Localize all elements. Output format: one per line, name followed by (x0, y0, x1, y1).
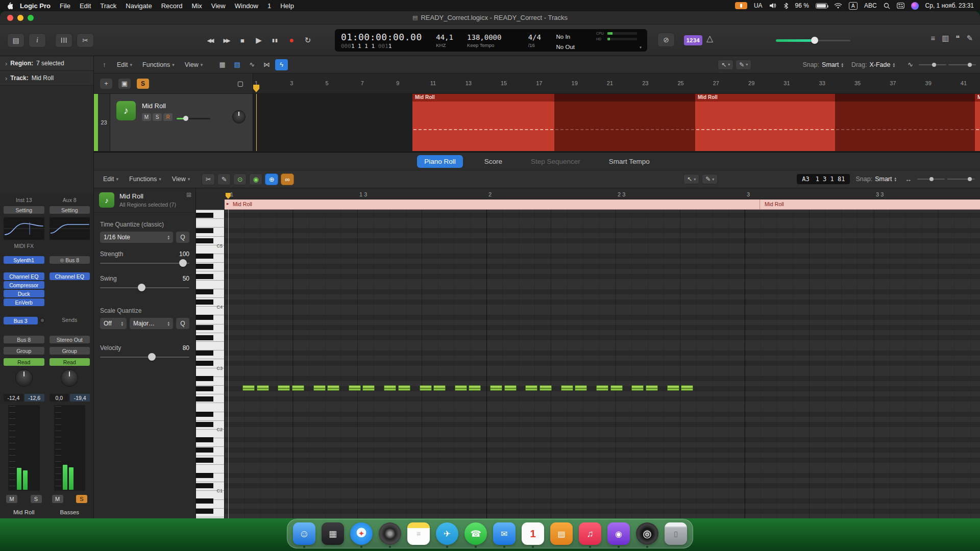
input-source-icon[interactable]: A (849, 2, 857, 10)
bluetooth-icon[interactable] (783, 3, 789, 9)
menu-item[interactable]: Help (276, 2, 299, 10)
menu-item[interactable]: View (207, 2, 230, 10)
group-slot[interactable]: Group (4, 347, 44, 355)
disclosure-icon[interactable] (5, 60, 7, 67)
scale-type-dropdown[interactable]: Major… (130, 318, 173, 329)
midi-note[interactable] (398, 385, 410, 391)
output-slot[interactable]: Bus 8 (4, 336, 44, 343)
midi-note[interactable] (575, 385, 587, 391)
control-center-icon[interactable] (897, 3, 904, 9)
editor-tab[interactable]: Piano Roll (417, 155, 463, 168)
brush-icon[interactable]: ✎ (217, 173, 231, 185)
horizontal-zoom-slider[interactable] (917, 177, 945, 182)
setting-button[interactable]: Setting (50, 206, 90, 214)
toolbox-icon[interactable]: ✂ (77, 33, 94, 47)
record-button[interactable]: ● (284, 33, 299, 47)
disclosure-icon[interactable] (5, 74, 7, 82)
region-body[interactable] (554, 102, 695, 151)
menu-item[interactable]: Logic Pro (15, 2, 55, 10)
lcd-display[interactable]: 01:00:00:00.00 0001 1 1 1 0011 44,1 KHZ … (335, 29, 647, 52)
duplicate-track-button[interactable]: ▣ (118, 79, 131, 89)
menu-item[interactable]: Edit (75, 2, 95, 10)
solo-mode-button[interactable]: S (137, 79, 149, 89)
track-zoom-icon[interactable]: ▢ (234, 79, 247, 89)
snap-popup[interactable]: Snap:Smart (799, 61, 846, 68)
track-solo-button[interactable]: S (153, 113, 162, 121)
plugin-slot[interactable]: EnVerb (4, 298, 44, 306)
forward-button[interactable]: ▶▶ (218, 33, 234, 47)
wifi-icon[interactable] (834, 3, 842, 9)
midi-note[interactable] (292, 385, 304, 391)
midi-region[interactable] (835, 94, 975, 151)
track-mute-button[interactable]: M (142, 113, 151, 121)
lcd-tempo[interactable]: 138,0000 Keep Tempo (467, 31, 528, 52)
pointer-tool-menu[interactable]: ↖ (718, 60, 733, 70)
velocity-knob[interactable] (148, 353, 156, 361)
dock-app-icon[interactable] (379, 522, 401, 545)
midi-note[interactable] (469, 385, 481, 391)
quick-help-icon[interactable]: ▤ (7, 33, 24, 47)
midi-note[interactable] (455, 385, 467, 391)
replace-mode-icon[interactable]: ⊘ (657, 33, 675, 47)
count-in-button[interactable]: 1234 (684, 35, 702, 45)
dock-app-icon[interactable]: ▦ (322, 522, 344, 545)
play-button[interactable]: ▶ (251, 33, 266, 47)
note-pads-icon[interactable]: ▥ (942, 34, 949, 43)
plugin-slot[interactable]: Duck (4, 290, 44, 297)
grid-view-icon[interactable]: ▦ (216, 59, 229, 70)
editor-tab[interactable]: Score (477, 155, 509, 168)
edit-menu[interactable]: Edit (99, 176, 122, 183)
pan-knob[interactable] (15, 369, 33, 387)
region-body[interactable] (835, 102, 975, 151)
velocity-value[interactable]: 80 (183, 344, 189, 352)
track-inspector-header[interactable]: Track: Mid Roll (0, 71, 93, 86)
instrument-slot[interactable]: Sylenth1 (4, 256, 44, 264)
siri-icon[interactable] (911, 2, 919, 10)
midi-in-icon[interactable]: ⊙ (233, 173, 247, 185)
editor-tab[interactable]: Smart Tempo (602, 155, 657, 168)
dock-app-icon[interactable]: ✦ (350, 522, 373, 545)
functions-menu[interactable]: Functions (138, 61, 179, 68)
metronome-icon[interactable]: △ (706, 33, 713, 44)
mute-button[interactable]: M (6, 495, 17, 503)
drag-popup[interactable]: Drag:X-Fade (848, 61, 898, 68)
note-grid[interactable] (225, 210, 980, 518)
crossfade-icon[interactable]: ⋈ (260, 59, 273, 70)
playhead-marker[interactable] (253, 85, 260, 92)
dock-app-icon[interactable]: ◎ (636, 522, 658, 545)
playhead-marker[interactable] (226, 193, 231, 199)
dock-app-icon[interactable]: ✈ (436, 522, 458, 545)
piano-keyboard[interactable] (196, 210, 225, 518)
dock-app-icon[interactable]: 1 (522, 522, 544, 545)
vertical-zoom-slider[interactable] (948, 62, 976, 67)
region-inspector-header[interactable]: Region: 7 selected (0, 56, 93, 71)
dock-app-icon[interactable]: ✉ (493, 522, 516, 545)
plugin-slot[interactable]: Compressor (4, 281, 44, 289)
edit-menu[interactable]: Edit (113, 61, 136, 68)
peak-value[interactable]: -12,6 (24, 394, 44, 402)
vertical-zoom-slider[interactable] (947, 177, 975, 182)
level-meter[interactable] (54, 405, 86, 491)
output-slot[interactable]: Stereo Out (50, 336, 90, 343)
region-body[interactable] (695, 102, 835, 151)
snap-popup[interactable]: Snap:Smart (852, 176, 899, 183)
midi-region[interactable]: Mid Roll (695, 94, 835, 151)
quantize-dropdown[interactable]: 1/16 Note (100, 232, 173, 243)
midi-note[interactable] (313, 385, 326, 391)
track-pan-knob[interactable] (232, 110, 246, 123)
menu-item[interactable]: Record (157, 2, 187, 10)
lists-icon[interactable]: ≡ (930, 34, 935, 43)
midi-region[interactable]: Mid Roll (975, 94, 980, 151)
stop-button[interactable]: ■ (235, 33, 250, 47)
menu-item[interactable]: Mix (187, 2, 207, 10)
midi-note[interactable] (384, 385, 396, 391)
apple-menu-icon[interactable] (6, 2, 15, 10)
eq-thumbnail[interactable] (50, 217, 90, 240)
region-body[interactable] (975, 102, 980, 151)
dock-app-icon[interactable]: ☺ (293, 522, 315, 545)
midi-note[interactable] (278, 385, 290, 391)
velocity-slider[interactable] (100, 353, 189, 361)
midi-region[interactable] (554, 94, 695, 151)
bar-ruler[interactable]: 1357911131517192123252729313335373941 (253, 73, 980, 93)
pencil-tool-menu[interactable]: ✎ (702, 174, 718, 184)
